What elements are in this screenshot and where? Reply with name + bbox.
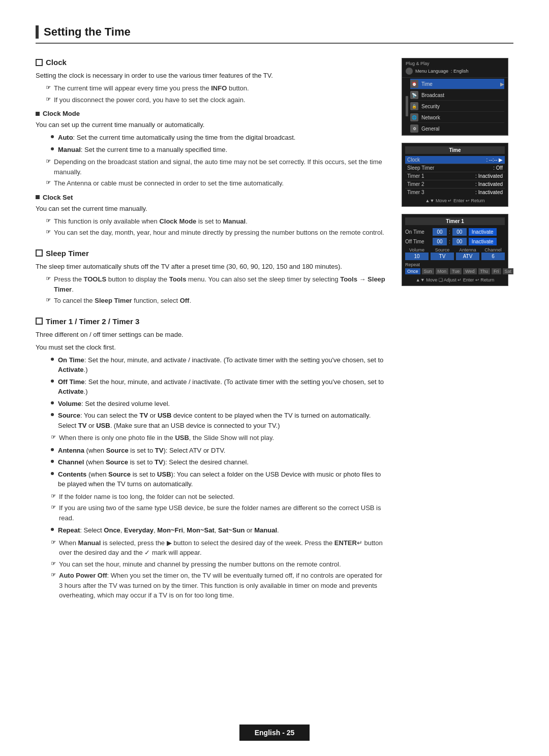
offtime-hour: 00 — [433, 238, 447, 245]
sleeptimer-label: Sleep Timer — [407, 165, 434, 171]
clock-intro: Setting the clock is necessary in order … — [36, 71, 386, 81]
timer-bullet-icon-7 — [51, 472, 54, 475]
pp-menu-lang: Menu Language — [415, 69, 448, 74]
timer-bullet-6-text: Channel (when Source is set to TV): Sele… — [58, 457, 249, 467]
clock-label: Clock — [407, 157, 420, 163]
clockset-heading-text: Clock Set — [43, 194, 73, 201]
timer1-value: : Inactivated — [475, 173, 503, 179]
clock-note-1-text: The current time will appear every time … — [54, 83, 249, 93]
timer-bullet-4: Source: You can select the TV or USB dev… — [51, 411, 386, 430]
timer3-value: : Inactivated — [475, 190, 503, 195]
day-sun[interactable]: Sun — [422, 268, 434, 274]
src-col: Source TV — [431, 247, 454, 260]
bullet-icon-1 — [51, 135, 54, 138]
time-item-text: Time — [421, 81, 500, 87]
sleeptimer-note-2: ☞ To cancel the Sleep Timer function, se… — [46, 296, 386, 306]
time-timer3-row: Timer 3 : Inactivated — [405, 188, 505, 196]
timer-bullet-2-text: Off Time: Set the hour, minute, and acti… — [58, 377, 386, 397]
timer-bullet-icon-2 — [51, 380, 54, 383]
vol-col: Volume 10 — [405, 247, 429, 260]
sleeptimer-intro: The sleep timer automatically shuts off … — [36, 262, 386, 272]
timer1-panel: Timer 1 On Time 00 : 00 Inactivate Off T… — [402, 214, 508, 286]
clockmode-bullet-2: Manual: Set the current time to a manual… — [51, 145, 386, 155]
clockmode-bullet-1-text: Auto: Set the current time automatically… — [58, 133, 295, 143]
timer2-value: : Inactivated — [475, 181, 503, 187]
time-footer-text: ▲▼ Move ↵ Enter ↩ Return — [425, 198, 485, 203]
day-tue[interactable]: Tue — [450, 268, 462, 274]
clock-heading: Clock — [36, 58, 386, 67]
network-item-text: Network — [421, 115, 504, 120]
info-icon-13: ☞ — [51, 560, 56, 567]
day-wed[interactable]: Wed — [463, 268, 476, 274]
left-column: Clock Setting the clock is necessary in … — [36, 58, 386, 602]
sleeptimer-checkbox-icon — [36, 249, 43, 257]
timer-intro-2: You must set the clock first. — [36, 342, 386, 353]
clock-note-1: ☞ The current time will appear every tim… — [46, 83, 386, 93]
timer-note-folder-1: ☞ If the folder name is too long, the fo… — [51, 492, 386, 502]
broadcast-icon: 📡 — [410, 91, 418, 99]
ant-col: Antenna ATV — [456, 247, 479, 260]
vol-label: Volume — [405, 247, 429, 253]
vol-val: 10 — [405, 253, 429, 260]
clockset-square-icon — [36, 195, 40, 199]
day-fri[interactable]: Fri — [492, 268, 501, 274]
bullet-icon-2 — [51, 147, 54, 150]
pp-menu-lang-val: : English — [451, 69, 469, 74]
ontime-status: Inactivate — [469, 228, 497, 236]
timer-bullet-icon-4 — [51, 413, 54, 416]
clockmode-note-2: ☞ The Antenna or cable must be connected… — [46, 178, 386, 188]
day-thu[interactable]: Thu — [478, 268, 491, 274]
timer1-footer-text: ▲▼ Move ❏ Adjust ↵ Enter ↩ Return — [416, 277, 494, 282]
clockmode-heading: Clock Mode — [36, 110, 386, 117]
info-icon-10: ☞ — [51, 493, 56, 499]
clockmode-note-2-text: The Antenna or cable must be connected i… — [54, 178, 284, 188]
clock-checkbox-icon — [36, 59, 43, 66]
info-icon-3: ☞ — [46, 158, 51, 165]
timer-note-manual: ☞ When Manual is selected, press the ▶ b… — [51, 538, 386, 558]
offtime-status: Inactivate — [469, 238, 497, 245]
info-icon-5: ☞ — [46, 217, 51, 224]
info-icon-6: ☞ — [46, 229, 51, 235]
page-footer: English - 25 — [0, 724, 549, 741]
timer-bullet-8-text: Repeat: Select Once, Everyday, Mon~Fri, … — [58, 525, 279, 536]
security-icon: 🔒 — [410, 102, 418, 110]
timer-bullet-3-text: Volume: Set the desired volume level. — [58, 399, 170, 409]
clockmode-bullets: Auto: Set the current time automatically… — [51, 133, 386, 154]
title-text: Setting the Time — [44, 25, 131, 39]
offtime-colon: : — [449, 239, 450, 244]
timer-bullet-3: Volume: Set the desired volume level. — [51, 399, 386, 409]
day-mon[interactable]: Mon — [436, 268, 449, 274]
clockset-note-1: ☞ This function is only available when C… — [46, 216, 386, 227]
timer-checkbox-icon — [36, 318, 43, 325]
info-icon-4: ☞ — [46, 179, 51, 186]
day-once[interactable]: Once — [405, 268, 420, 274]
ontime-label: On Time — [405, 229, 431, 235]
sleeptimer-note-1: ☞ Press the TOOLS button to display the … — [46, 274, 386, 294]
page-content: Setting the Time Clock Setting the clock… — [0, 0, 549, 643]
broadcast-item-text: Broadcast — [421, 92, 504, 98]
day-sat[interactable]: Sat — [503, 268, 514, 274]
timer1-footer: ▲▼ Move ❏ Adjust ↵ Enter ↩ Return — [405, 277, 505, 282]
timer-heading: Timer 1 / Timer 2 / Timer 3 — [36, 317, 386, 326]
timer-note-usb-text: When there is only one photo file in the… — [59, 433, 274, 443]
info-icon-14: ☞ — [51, 572, 56, 578]
clock-heading-text: Clock — [46, 58, 67, 67]
timer-bullet-7: Contents (when Source is set to USB): Yo… — [51, 469, 386, 489]
timer-bullet-icon-3 — [51, 401, 54, 404]
timer1-panel-title: Timer 1 — [405, 217, 505, 225]
timer-bullet-6: Channel (when Source is set to TV): Sele… — [51, 457, 386, 467]
timer-bullets-3: Repeat: Select Once, Everyday, Mon~Fri, … — [51, 525, 386, 536]
info-icon-2: ☞ — [46, 96, 51, 103]
repeat-days: Once Sun Mon Tue Wed Thu Fri Sat — [405, 268, 505, 274]
sleeptimer-heading: Sleep Timer — [36, 249, 386, 258]
page-title: Setting the Time — [36, 25, 513, 44]
ontime-hour: 00 — [433, 228, 447, 236]
ontime-colon: : — [449, 229, 450, 235]
src-val: TV — [431, 253, 454, 260]
timer-bullet-5: Antenna (when Source is set to TV): Sele… — [51, 446, 386, 456]
timer-note-remote: ☞ You can set the hour, minute and chann… — [51, 559, 386, 570]
timer-note-folder-1-text: If the folder name is too long, the fold… — [59, 492, 234, 502]
footer-badge: English - 25 — [239, 724, 310, 741]
network-icon: 🌐 — [410, 113, 418, 121]
info-icon-12: ☞ — [51, 539, 56, 546]
